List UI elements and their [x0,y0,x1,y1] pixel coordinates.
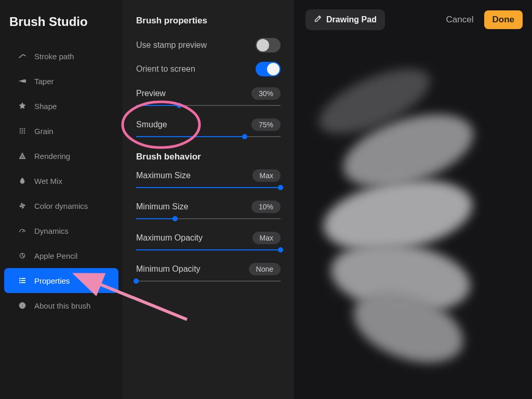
svg-point-11 [19,278,20,279]
sidebar-item-color-dynamics[interactable]: Color dynamics [4,193,118,218]
slider-value[interactable]: Max [252,232,281,244]
droplet-icon [16,177,29,185]
sidebar-item-label: Dynamics [34,227,69,235]
shape-icon [16,102,29,110]
max-opacity-slider[interactable] [136,249,281,250]
svg-rect-18 [22,305,22,308]
slider-value[interactable]: 75% [251,118,281,131]
behavior-section-title: Brush behavior [136,152,281,162]
svg-point-6 [20,132,21,134]
svg-point-4 [22,130,23,131]
drawing-pad-label: Drawing Pad [326,15,377,24]
svg-point-1 [22,128,23,129]
toggle-row-orient-screen: Orient to screen [136,57,281,81]
sidebar-item-shape[interactable]: Shape [4,94,118,118]
sidebar-item-stroke-path[interactable]: Stroke path [4,44,118,69]
toggle-row-stamp-preview: Use stamp preview [136,33,281,57]
preview-pane: Drawing Pad Cancel Done [294,0,532,399]
slider-label: Maximum Size [136,171,191,180]
slider-label: Preview [136,89,166,98]
svg-point-8 [24,132,25,134]
sidebar-item-wet-mix[interactable]: Wet Mix [4,168,118,193]
toggle-label: Orient to screen [136,64,195,74]
slider-row-smudge: Smudge 75% [136,118,281,137]
sidebar-item-label: Wet Mix [34,177,62,185]
slider-label: Smudge [136,120,167,129]
slider-row-preview: Preview 30% [136,87,281,106]
info-icon [16,301,29,310]
svg-point-13 [19,280,20,281]
slider-label: Maximum Opacity [136,233,203,243]
svg-rect-16 [21,282,25,283]
sidebar-item-about[interactable]: About this brush [4,293,118,318]
slider-value[interactable]: 30% [251,87,281,100]
svg-rect-14 [21,280,25,281]
slider-value[interactable]: 10% [251,201,281,213]
svg-point-15 [19,282,20,283]
sidebar-item-label: Grain [34,127,54,136]
pencil-tip-icon [16,251,29,260]
sidebar-item-properties[interactable]: Properties [4,268,118,293]
sidebar-item-label: Shape [34,102,57,111]
sidebar-item-taper[interactable]: Taper [4,69,118,94]
svg-point-5 [24,130,25,131]
svg-point-0 [20,128,21,129]
slider-value[interactable]: None [249,263,281,275]
min-opacity-slider[interactable] [136,281,281,282]
done-button[interactable]: Done [484,10,523,29]
drawing-pad-button[interactable]: Drawing Pad [305,9,385,30]
sidebar-item-label: Rendering [34,152,70,161]
sidebar-item-label: Apple Pencil [34,251,77,260]
sidebar-item-label: Taper [34,77,54,86]
stamp-preview-toggle[interactable] [256,38,281,52]
slider-row-min-size: Minimum Size 10% [136,201,281,219]
slider-value[interactable]: Max [252,169,281,182]
taper-icon [16,77,29,85]
svg-rect-19 [22,303,22,304]
sidebar-item-label: Stroke path [34,52,74,61]
svg-point-7 [22,132,23,134]
min-size-slider[interactable] [136,218,281,219]
settings-panel: Brush properties Use stamp preview Orien… [123,0,294,399]
preview-slider[interactable] [136,105,281,106]
grain-icon [16,127,29,135]
slider-row-max-opacity: Maximum Opacity Max [136,232,281,250]
app-title: Brush Studio [0,9,123,44]
sidebar-item-label: About this brush [34,301,90,310]
list-icon [16,276,29,285]
rendering-icon [16,152,29,160]
sidebar-item-label: Properties [34,276,70,285]
sidebar-item-dynamics[interactable]: Dynamics [4,218,118,243]
pinwheel-icon [16,202,29,210]
preview-header: Drawing Pad Cancel Done [294,0,532,30]
orient-screen-toggle[interactable] [256,62,281,76]
svg-rect-12 [21,278,25,278]
max-size-slider[interactable] [136,187,281,188]
slider-row-min-opacity: Minimum Opacity None [136,263,281,282]
slider-label: Minimum Size [136,202,188,211]
edit-icon [314,15,322,25]
sidebar-item-grain[interactable]: Grain [4,118,118,143]
toggle-label: Use stamp preview [136,41,207,50]
sidebar-item-apple-pencil[interactable]: Apple Pencil [4,243,118,268]
sidebar-item-label: Color dynamics [34,202,88,210]
path-icon [16,52,29,60]
svg-line-9 [22,230,24,232]
sidebar: Brush Studio Stroke path Taper Shape Gra… [0,0,123,399]
svg-point-2 [24,128,25,129]
slider-label: Minimum Opacity [136,264,201,274]
properties-section-title: Brush properties [136,16,281,26]
brush-preview-canvas[interactable] [294,42,532,399]
slider-row-max-size: Maximum Size Max [136,169,281,188]
cancel-button[interactable]: Cancel [446,15,474,25]
sidebar-item-rendering[interactable]: Rendering [4,143,118,168]
svg-point-3 [20,130,21,131]
smudge-slider[interactable] [136,136,281,137]
gauge-icon [16,227,29,235]
